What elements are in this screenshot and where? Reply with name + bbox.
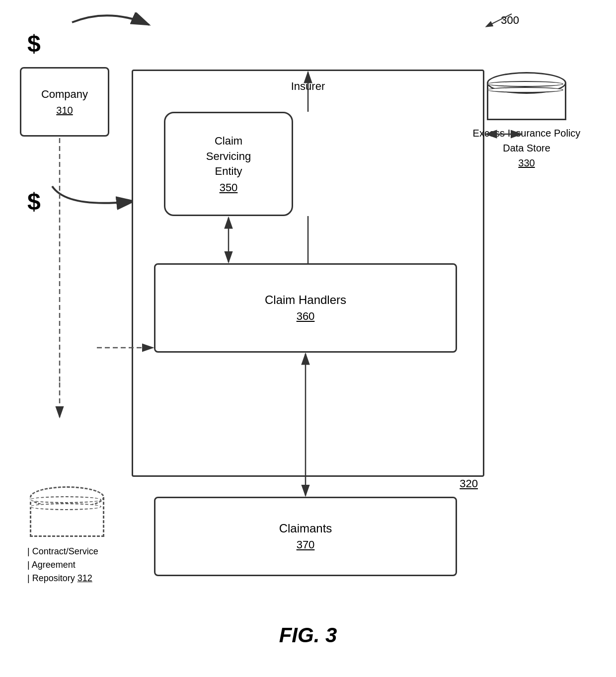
- claimants-box: Claimants 370: [154, 497, 457, 576]
- svg-line-0: [487, 14, 512, 26]
- insurer-label: Insurer: [291, 80, 325, 93]
- contract-repo-label: | Contract/Service| Agreement| Repositor…: [22, 545, 112, 585]
- cse-ref: 350: [220, 181, 238, 194]
- diagram-container: 300 $ $ Company 310: [0, 0, 616, 677]
- dollar-mid: $: [27, 188, 41, 215]
- datastore-box: Excess Insurance Policy Data Store 330: [464, 72, 589, 170]
- claimants-label: Claimants: [279, 522, 332, 535]
- claim-handlers-box: Claim Handlers 360: [154, 263, 457, 353]
- ref-300-arrow: [482, 9, 522, 34]
- curved-arrow-mid: [42, 179, 147, 228]
- cse-box: ClaimServicingEntity 350: [164, 112, 293, 216]
- contract-repo-box: | Contract/Service| Agreement| Repositor…: [22, 486, 112, 585]
- curved-arrow-top: [57, 12, 161, 72]
- company-box: Company 310: [20, 67, 109, 137]
- dollar-top: $: [27, 30, 41, 57]
- ch-label: Claim Handlers: [265, 293, 346, 307]
- datastore-ref: 330: [518, 157, 535, 168]
- datastore-label: Excess Insurance Policy Data Store 330: [464, 126, 589, 170]
- company-label: Company: [41, 88, 88, 101]
- ch-ref: 360: [297, 310, 315, 323]
- dashed-cylinder-shape: [30, 486, 104, 541]
- insurer-ref: 320: [460, 477, 478, 490]
- claimants-ref: 370: [297, 538, 315, 551]
- cse-label: ClaimServicingEntity: [206, 134, 251, 179]
- company-ref: 310: [56, 105, 73, 116]
- cylinder-shape: [487, 72, 566, 122]
- fig-label: FIG. 3: [279, 623, 337, 647]
